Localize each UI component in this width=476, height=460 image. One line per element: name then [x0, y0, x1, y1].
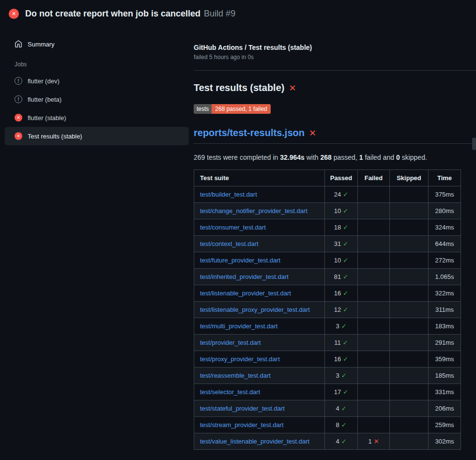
table-header-row: Test suite Passed Failed Skipped Time — [194, 170, 461, 186]
test-suite-link[interactable]: test/inherited_provider_test.dart — [200, 273, 289, 280]
passed-count: 10 — [334, 257, 341, 264]
home-icon — [15, 40, 22, 48]
time-value: 322ms — [429, 285, 461, 302]
time-value: 324ms — [429, 219, 461, 236]
sidebar-summary-label: Summary — [28, 41, 55, 48]
job-label: Test results (stable) — [28, 133, 82, 140]
failed-x-icon: ✕ — [289, 83, 296, 93]
time-value: 291ms — [429, 335, 461, 351]
build-number: Build #9 — [204, 9, 235, 18]
sidebar: Summary Jobs ! flutter (dev) ! flutter (… — [0, 26, 194, 145]
table-row: test/change_notifier_provider_test.dart … — [194, 203, 461, 219]
check-icon: ✓ — [343, 290, 348, 297]
test-suite-link[interactable]: test/change_notifier_provider_test.dart — [200, 207, 307, 215]
passed-count: 16 — [334, 355, 341, 363]
check-icon: ✓ — [343, 191, 348, 198]
summary-text: 269 tests were completed in — [194, 153, 280, 161]
test-suite-link[interactable]: test/consumer_test.dart — [200, 224, 266, 231]
skipped-count — [390, 384, 429, 400]
main-content: GitHub Actions / Test results (stable) f… — [194, 26, 476, 450]
test-suite-link[interactable]: test/value_listenable_provider_test.dart — [200, 438, 309, 445]
table-row: test/multi_provider_test.dart 3✓ 183ms — [194, 318, 461, 335]
skipped-count — [390, 302, 429, 318]
report-title-section: reports/test-results.json ✕ — [194, 127, 476, 144]
badge-label: tests — [194, 104, 212, 114]
job-label: flutter (dev) — [28, 77, 60, 85]
table-row: test/builder_test.dart 24✓ 375ms — [194, 186, 461, 203]
run-title-text: Do not create report when job is cancell… — [25, 9, 200, 18]
passed-count: 24 — [334, 191, 341, 198]
table-row: test/inherited_provider_test.dart 81✓ 1.… — [194, 269, 461, 285]
section-title-text: Test results (stable) — [194, 82, 284, 93]
check-icon: ✓ — [341, 421, 347, 429]
time-value: 206ms — [429, 400, 461, 417]
summary-text: skipped. — [400, 153, 427, 161]
test-suite-link[interactable]: test/reassemble_test.dart — [200, 372, 271, 379]
skipped-count — [390, 351, 429, 368]
table-row: test/reassemble_test.dart 3✓ 185ms — [194, 368, 461, 384]
failed-icon: ✕ — [15, 132, 22, 140]
passed-count: 17 — [334, 388, 341, 396]
divider — [194, 70, 476, 71]
test-suite-link[interactable]: test/listenable_provider_test.dart — [200, 290, 291, 297]
check-icon: ✓ — [343, 224, 348, 231]
check-icon: ✓ — [341, 405, 347, 412]
test-suite-link[interactable]: test/provider_test.dart — [200, 339, 261, 346]
test-suite-link[interactable]: test/future_provider_test.dart — [200, 257, 280, 264]
test-suite-link[interactable]: test/multi_provider_test.dart — [200, 322, 277, 330]
col-header-skipped: Skipped — [390, 170, 429, 186]
skipped-count — [390, 186, 429, 203]
x-icon: ✕ — [374, 438, 379, 445]
skipped-count — [390, 219, 429, 236]
time-value: 359ms — [429, 351, 461, 368]
test-suite-link[interactable]: test/stateful_provider_test.dart — [200, 405, 285, 412]
time-value: 644ms — [429, 236, 461, 252]
cancelled-icon: ! — [15, 77, 22, 85]
breadcrumb: GitHub Actions / Test results (stable) — [194, 44, 461, 51]
test-suite-link[interactable]: test/listenable_proxy_provider_test.dart — [200, 306, 310, 313]
skipped-count — [390, 269, 429, 285]
check-icon: ✓ — [343, 207, 348, 215]
badge-value: 268 passed, 1 failed — [212, 104, 270, 114]
time-value: 302ms — [429, 433, 461, 450]
passed-count: 81 — [334, 273, 341, 280]
summary-line: 269 tests were completed in 32.964s with… — [194, 153, 461, 161]
passed-count: 4 — [336, 405, 339, 412]
col-header-failed: Failed — [358, 170, 390, 186]
run-meta: failed 5 hours ago in 0s — [194, 54, 461, 61]
time-value: 185ms — [429, 368, 461, 384]
time-value: 375ms — [429, 186, 461, 203]
time-value: 183ms — [429, 318, 461, 335]
passed-count: 11 — [334, 339, 341, 346]
report-failed-x-icon: ✕ — [309, 128, 316, 138]
sidebar-job-item[interactable]: ! flutter (dev) — [5, 72, 189, 90]
report-title-link[interactable]: reports/test-results.json — [194, 127, 305, 138]
sidebar-job-item[interactable]: ✕ flutter (stable) — [5, 108, 189, 127]
time-value: 1.065s — [429, 269, 461, 285]
check-icon: ✓ — [341, 438, 347, 445]
table-row: test/future_provider_test.dart 10✓ 272ms — [194, 252, 461, 269]
summary-text: passed, — [332, 153, 359, 161]
passed-count: 8 — [336, 421, 339, 429]
summary-passed-count: 268 — [321, 153, 332, 161]
test-suite-link[interactable]: test/context_test.dart — [200, 240, 259, 247]
sidebar-item-summary[interactable]: Summary — [0, 37, 194, 51]
passed-count: 18 — [334, 224, 341, 231]
test-suite-link[interactable]: test/proxy_provider_test.dart — [200, 355, 280, 363]
time-value: 259ms — [429, 417, 461, 433]
test-suite-link[interactable]: test/stream_provider_test.dart — [200, 421, 284, 429]
table-body: test/builder_test.dart 24✓ 375ms test/ch… — [194, 186, 461, 450]
skipped-count — [390, 252, 429, 269]
run-failed-icon: ✕ — [9, 9, 19, 19]
test-suite-link[interactable]: test/builder_test.dart — [200, 191, 257, 198]
check-icon: ✓ — [343, 240, 348, 247]
check-icon: ✓ — [341, 372, 347, 379]
table-row: test/proxy_provider_test.dart 16✓ 359ms — [194, 351, 461, 368]
sidebar-job-item[interactable]: ✕ Test results (stable) — [5, 127, 189, 145]
check-icon: ✓ — [343, 388, 348, 396]
passed-count: 10 — [334, 207, 341, 215]
failed-icon: ✕ — [15, 114, 22, 122]
test-suite-link[interactable]: test/selector_test.dart — [200, 388, 260, 396]
scrollbar-thumb[interactable] — [472, 138, 476, 150]
sidebar-job-item[interactable]: ! flutter (beta) — [5, 90, 189, 108]
